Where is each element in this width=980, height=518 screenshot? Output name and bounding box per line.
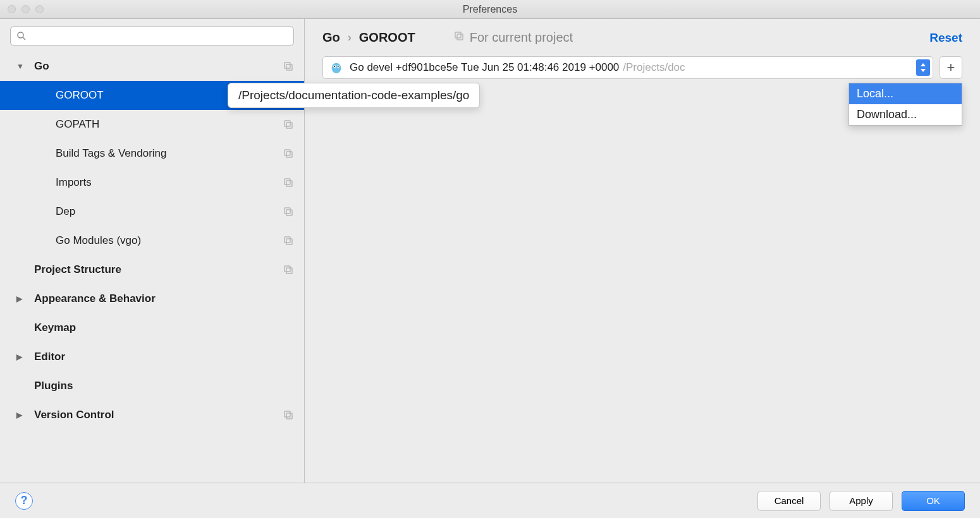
sidebar-item-label: Go (34, 60, 49, 73)
sidebar-item-editor[interactable]: ▶ Editor (0, 342, 304, 371)
svg-rect-17 (455, 32, 461, 38)
sidebar-item-label: Version Control (34, 409, 114, 421)
chevron-right-icon: ▶ (16, 352, 25, 361)
add-sdk-dropdown: Local... Download... (848, 83, 962, 126)
cancel-button[interactable]: Cancel (757, 491, 821, 511)
sidebar-item-label: Project Structure (34, 263, 121, 276)
sidebar-item-imports[interactable]: Imports (0, 168, 304, 197)
scope-text: For current project (470, 30, 573, 45)
footer-buttons: Cancel Apply OK (757, 491, 965, 511)
svg-point-22 (338, 66, 339, 67)
svg-rect-0 (286, 64, 292, 70)
copy-icon (283, 177, 294, 188)
chevron-right-icon: ▶ (16, 294, 25, 303)
copy-icon (283, 409, 294, 421)
copy-icon (283, 206, 294, 217)
svg-rect-5 (285, 150, 290, 155)
copy-icon (283, 61, 294, 72)
help-button[interactable]: ? (15, 492, 33, 510)
sidebar-item-label: GOROOT (56, 89, 104, 102)
sdk-path-text: /Projects/doc (623, 61, 685, 74)
content-header: Go › GOROOT For current project Reset (305, 19, 980, 56)
main-area: ▼ Go GOROOT GOPATH Build Tags & Vendorin… (0, 19, 980, 483)
svg-rect-14 (286, 413, 292, 419)
add-sdk-button[interactable]: + (940, 56, 962, 79)
gopher-icon (329, 61, 343, 75)
breadcrumb: Go › GOROOT (322, 30, 415, 45)
svg-rect-4 (286, 152, 292, 157)
chevron-right-icon: › (348, 31, 352, 44)
traffic-lights (8, 5, 44, 13)
sidebar-item-plugins[interactable]: Plugins (0, 371, 304, 401)
sdk-select[interactable]: Go devel +df901bce5e Tue Jun 25 01:48:46… (322, 56, 933, 79)
svg-rect-16 (457, 34, 463, 40)
updown-stepper-icon[interactable] (916, 59, 930, 76)
zoom-window-icon[interactable] (35, 5, 44, 13)
sdk-row: Go devel +df901bce5e Tue Jun 25 01:48:46… (305, 56, 980, 79)
svg-point-21 (334, 66, 335, 67)
plus-icon: + (947, 59, 955, 76)
sidebar-item-label: Imports (56, 176, 92, 189)
sidebar-item-keymap[interactable]: Keymap (0, 313, 304, 342)
titlebar: Preferences (0, 0, 980, 19)
content-pane: Go › GOROOT For current project Reset Go… (305, 19, 980, 483)
svg-rect-2 (286, 123, 292, 128)
scope-label: For current project (453, 30, 573, 45)
copy-icon (453, 30, 465, 45)
tooltip: /Projects/documentation-code-examples/go (228, 83, 480, 108)
minimize-window-icon[interactable] (21, 5, 30, 13)
sidebar-item-label: Appearance & Behavior (34, 292, 156, 305)
sidebar-item-go[interactable]: ▼ Go (0, 52, 304, 81)
window-title: Preferences (463, 4, 517, 15)
copy-icon (283, 148, 294, 159)
breadcrumb-segment: GOROOT (359, 30, 415, 45)
breadcrumb-segment[interactable]: Go (322, 30, 340, 45)
reset-link[interactable]: Reset (929, 31, 962, 45)
dropdown-item-label: Local... (857, 87, 893, 100)
sidebar-item-dep[interactable]: Dep (0, 197, 304, 226)
apply-button[interactable]: Apply (830, 491, 893, 511)
search-input[interactable] (10, 27, 294, 45)
sidebar-item-label: Build Tags & Vendoring (56, 147, 166, 160)
dropdown-item-label: Download... (857, 108, 917, 121)
sidebar-item-gopath[interactable]: GOPATH (0, 110, 304, 139)
ok-button[interactable]: OK (902, 491, 965, 511)
svg-rect-11 (285, 237, 290, 243)
sidebar-item-appearance[interactable]: ▶ Appearance & Behavior (0, 284, 304, 313)
chevron-right-icon: ▶ (16, 411, 25, 419)
svg-rect-15 (285, 411, 290, 417)
sidebar-item-label: Plugins (34, 380, 73, 392)
copy-icon (283, 119, 294, 130)
svg-rect-1 (285, 63, 290, 68)
svg-rect-12 (286, 268, 292, 274)
copy-icon (283, 235, 294, 246)
svg-rect-9 (285, 208, 290, 214)
sidebar-item-build-tags[interactable]: Build Tags & Vendoring (0, 139, 304, 168)
copy-icon (283, 264, 294, 275)
close-window-icon[interactable] (8, 5, 16, 13)
svg-rect-3 (285, 121, 290, 126)
dropdown-item-local[interactable]: Local... (849, 83, 962, 104)
svg-rect-6 (286, 181, 292, 186)
sidebar-item-version-control[interactable]: ▶ Version Control (0, 401, 304, 430)
chevron-down-icon: ▼ (16, 62, 25, 71)
svg-rect-8 (286, 210, 292, 215)
svg-rect-13 (285, 266, 290, 272)
svg-rect-10 (286, 239, 292, 244)
sidebar-item-label: Keymap (34, 322, 76, 334)
sidebar-item-go-modules[interactable]: Go Modules (vgo) (0, 226, 304, 255)
sidebar-item-project-structure[interactable]: Project Structure (0, 255, 304, 284)
search-wrap (0, 27, 304, 51)
sidebar-item-label: Editor (34, 351, 65, 363)
svg-point-18 (332, 63, 341, 74)
sidebar-item-label: GOPATH (56, 118, 99, 131)
sidebar-item-label: Dep (56, 205, 75, 218)
tooltip-text: /Projects/documentation-code-examples/go (238, 88, 469, 102)
svg-rect-7 (285, 179, 290, 184)
footer: ? Cancel Apply OK (0, 483, 980, 518)
sidebar-item-label: Go Modules (vgo) (56, 234, 141, 247)
sdk-main-text: Go devel +df901bce5e Tue Jun 25 01:48:46… (350, 61, 619, 74)
question-mark-icon: ? (21, 494, 28, 507)
dropdown-item-download[interactable]: Download... (849, 104, 962, 125)
